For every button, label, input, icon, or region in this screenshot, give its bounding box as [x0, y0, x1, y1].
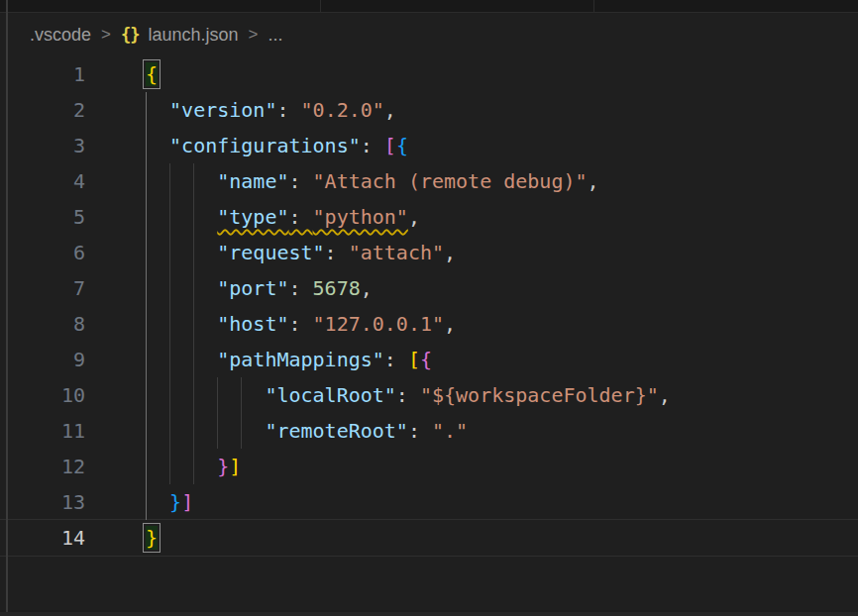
line-number[interactable]: 4 [0, 163, 85, 199]
indent-guide [146, 306, 169, 342]
code-text: "port": 5678, [85, 270, 858, 306]
indent-guide [169, 199, 193, 235]
indent-guide [169, 449, 193, 484]
indent-guide [146, 377, 169, 413]
token: [ [408, 348, 420, 371]
indent-guide [169, 377, 193, 413]
indent-guide [193, 342, 217, 377]
token: "localRoot" [265, 383, 395, 407]
matched-bracket: } [146, 526, 158, 550]
token: "type" [217, 205, 288, 229]
indent-guide [169, 306, 193, 342]
token: , [408, 205, 420, 229]
code-editor[interactable]: 1{2"version": "0.2.0",3"configurations":… [0, 56, 858, 556]
indent-guide [146, 235, 169, 270]
line-number[interactable]: 1 [0, 56, 85, 92]
indent-guide [146, 484, 169, 520]
breadcrumb-folder[interactable]: .vscode [30, 25, 91, 46]
breadcrumb-symbol-overflow[interactable]: ... [268, 25, 282, 46]
token: "port" [217, 276, 288, 300]
token: "${workspaceFolder}" [420, 383, 659, 407]
token: "." [432, 419, 468, 443]
line-number[interactable]: 8 [0, 306, 85, 342]
code-line[interactable]: 9"pathMappings": [{ [0, 342, 858, 377]
token: "configurations" [169, 134, 361, 157]
code-text: "remoteRoot": "." [85, 413, 858, 449]
code-text: "pathMappings": [{ [85, 342, 858, 377]
token: , [444, 241, 456, 264]
line-number[interactable]: 11 [0, 413, 85, 449]
code-text: }] [85, 484, 858, 520]
indent-guide [193, 163, 217, 199]
token: "attach" [349, 241, 444, 264]
line-number[interactable]: 12 [0, 449, 85, 484]
token: "pathMappings" [217, 348, 384, 371]
code-text: "type": "python", [85, 199, 858, 235]
indent-guide [146, 163, 169, 199]
code-text: "request": "attach", [85, 235, 858, 270]
code-line[interactable]: 3"configurations": [{ [0, 128, 858, 163]
editor-left-border [6, 0, 8, 616]
token: : [325, 241, 349, 264]
indent-guide [193, 235, 217, 270]
indent-guide [146, 199, 169, 235]
matched-bracket: { [146, 62, 158, 86]
code-text: } [85, 520, 858, 556]
code-line[interactable]: 10"localRoot": "${workspaceFolder}", [0, 377, 858, 413]
code-line[interactable]: 14} [0, 520, 858, 556]
code-text: }] [85, 449, 858, 484]
code-line[interactable]: 8"host": "127.0.0.1", [0, 306, 858, 342]
breadcrumb-file[interactable]: launch.json [148, 25, 238, 46]
code-line[interactable]: 6"request": "attach", [0, 235, 858, 270]
indent-guide [193, 270, 217, 306]
indent-guide [241, 413, 265, 449]
code-line[interactable]: 4"name": "Attach (remote debug)", [0, 163, 858, 199]
line-number[interactable]: 5 [0, 199, 85, 235]
line-number[interactable]: 14 [0, 520, 85, 556]
code-line[interactable]: 11"remoteRoot": "." [0, 413, 858, 449]
token: : [288, 205, 312, 229]
line-number[interactable]: 7 [0, 270, 85, 306]
indent-guide [217, 377, 241, 413]
token: "version" [169, 98, 276, 122]
code-line[interactable]: 1{ [0, 56, 858, 92]
token: : [288, 169, 312, 193]
token: } [217, 455, 229, 478]
token: "request" [217, 241, 324, 264]
indent-guide [146, 128, 169, 163]
line-number[interactable]: 9 [0, 342, 85, 377]
token: : [396, 383, 420, 407]
code-line[interactable]: 2"version": "0.2.0", [0, 92, 858, 128]
token: 5678 [313, 276, 361, 300]
code-text: "host": "127.0.0.1", [85, 306, 858, 342]
line-number[interactable]: 13 [0, 484, 85, 520]
token: , [659, 383, 671, 407]
indent-guide [146, 270, 169, 306]
indent-guide [241, 377, 265, 413]
code-text: "version": "0.2.0", [85, 92, 858, 128]
indent-guide [146, 449, 169, 484]
code-line[interactable]: 5"type": "python", [0, 199, 858, 235]
token: , [361, 276, 373, 300]
code-line[interactable]: 12}] [0, 449, 858, 484]
code-line[interactable]: 13}] [0, 484, 858, 520]
token: "Attach (remote debug)" [313, 169, 588, 193]
token: : [384, 348, 408, 371]
tab-divider [593, 0, 594, 12]
token: ] [229, 455, 241, 478]
token: : [408, 419, 432, 443]
token: : [288, 312, 312, 336]
token: "0.2.0" [301, 98, 384, 122]
token: : [276, 98, 300, 122]
code-text: "configurations": [{ [85, 128, 858, 163]
indent-guide [169, 270, 193, 306]
token: [ [384, 134, 396, 157]
line-number[interactable]: 2 [0, 92, 85, 128]
line-number[interactable]: 3 [0, 128, 85, 163]
indent-guide [169, 163, 193, 199]
token: ] [181, 490, 193, 514]
line-number[interactable]: 10 [0, 377, 85, 413]
line-number[interactable]: 6 [0, 235, 85, 270]
code-line[interactable]: 7"port": 5678, [0, 270, 858, 306]
vscode-window: .vscode > {} launch.json > ... 1{2"versi… [0, 0, 858, 616]
